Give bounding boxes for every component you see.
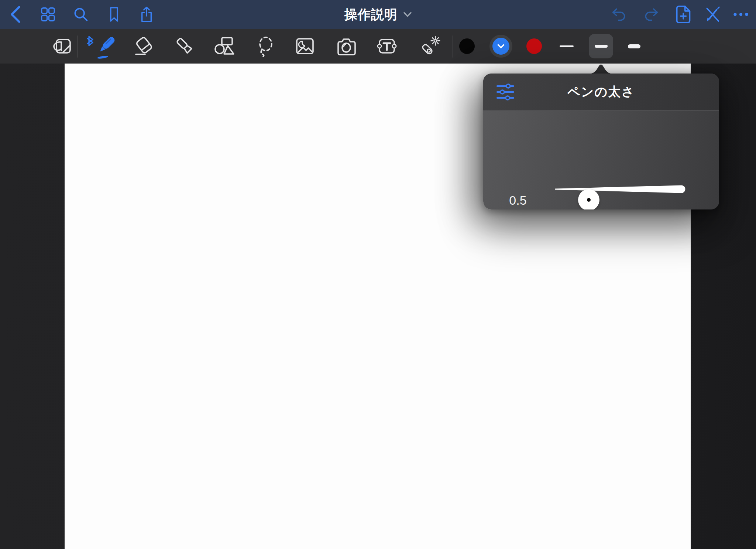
selected-color (492, 38, 509, 55)
thickness-medium-button[interactable] (589, 34, 613, 58)
laser-pointer-tool-button[interactable] (419, 35, 441, 57)
thickness-thick-button[interactable] (622, 34, 646, 58)
thickness-thin-button[interactable] (554, 34, 579, 58)
share-icon (138, 5, 155, 24)
add-page-icon (676, 5, 692, 24)
stylus-disable-icon (704, 5, 721, 24)
text-icon (376, 36, 398, 56)
thumbnails-grid-icon (39, 6, 56, 23)
lasso-icon (255, 35, 276, 57)
highlighter-tool-button[interactable] (173, 35, 196, 57)
back-icon (9, 5, 22, 24)
popover-title: ペンの太さ (567, 83, 635, 100)
thick-line-icon (628, 44, 640, 48)
color-swatch-black[interactable] (459, 38, 475, 54)
share-button[interactable] (138, 6, 155, 23)
back-button[interactable] (7, 6, 24, 23)
search-button[interactable] (72, 6, 89, 23)
eraser-icon (133, 35, 155, 57)
redo-icon (643, 6, 660, 23)
more-button[interactable] (732, 6, 749, 23)
bookmark-icon (106, 5, 123, 24)
pen-thickness-popover: ペンの太さ 0.5 mm (483, 74, 719, 209)
bluetooth-icon (87, 37, 93, 45)
chevron-down-icon (403, 12, 412, 17)
pen-tool-button[interactable] (86, 31, 118, 61)
popover-arrow (588, 63, 614, 74)
image-tool-button[interactable] (294, 35, 316, 57)
undo-button[interactable] (611, 6, 628, 23)
edit-mode-icon (51, 36, 73, 57)
eraser-tool-button[interactable] (133, 35, 155, 57)
toolbar-divider (453, 35, 453, 58)
laser-pointer-icon (419, 35, 441, 58)
stylus-disable-button[interactable] (704, 6, 721, 23)
thickness-slider-row: 0.5 mm (483, 111, 719, 209)
image-icon (294, 36, 316, 56)
medium-line-icon (595, 45, 608, 48)
thickness-slider-thumb[interactable] (578, 189, 599, 209)
shapes-tool-button[interactable] (214, 35, 236, 57)
add-page-button[interactable] (675, 6, 692, 23)
thumbnails-button[interactable] (39, 6, 56, 23)
thickness-slider-track[interactable] (555, 178, 693, 200)
camera-icon (336, 37, 358, 56)
redo-button[interactable] (643, 6, 660, 23)
lasso-tool-button[interactable] (255, 35, 277, 57)
navigation-bar: 操作説明 (0, 0, 756, 29)
sliders-icon (496, 83, 515, 101)
search-icon (72, 5, 89, 24)
bookmark-button[interactable] (106, 6, 123, 23)
undo-icon (611, 6, 628, 23)
camera-tool-button[interactable] (336, 35, 358, 57)
shapes-icon (214, 35, 236, 57)
color-swatch-red[interactable] (526, 38, 542, 54)
text-tool-button[interactable] (376, 35, 398, 57)
pen-settings-button[interactable] (495, 82, 516, 102)
document-title[interactable]: 操作説明 (344, 6, 412, 23)
thickness-value-label: 0.5 mm (497, 193, 539, 209)
thin-line-icon (560, 45, 574, 47)
page-title: 操作説明 (344, 6, 398, 23)
tools-toolbar (0, 29, 756, 64)
edit-mode-tool-button[interactable] (51, 35, 73, 57)
color-swatch-blue[interactable] (489, 35, 512, 58)
chevron-down-icon (497, 44, 505, 49)
more-icon (732, 11, 749, 17)
pen-tool-icon (86, 31, 118, 61)
sparkle-icon (431, 37, 440, 45)
popover-header: ペンの太さ (483, 74, 719, 111)
goodnotes-window: 操作説明 (0, 0, 756, 549)
highlighter-icon (173, 35, 196, 57)
thumb-dot (587, 198, 591, 202)
toolbar-divider (77, 35, 78, 58)
